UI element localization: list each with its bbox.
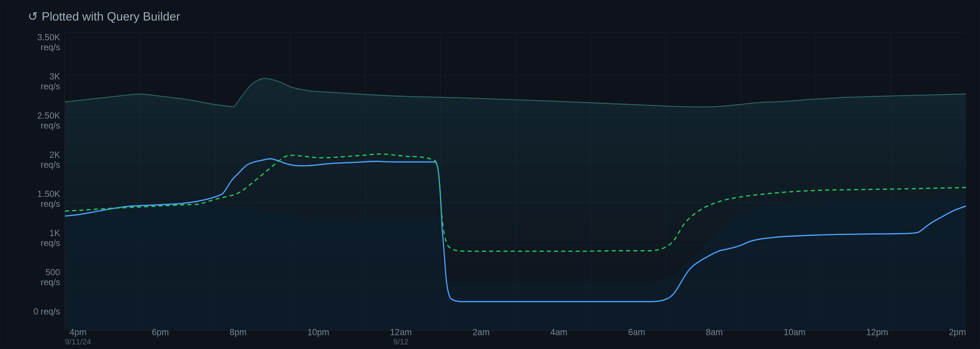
x-axis-label: 8pm bbox=[230, 327, 247, 346]
y-axis-label: 1K req/s bbox=[28, 228, 65, 248]
y-axis: 3.50K req/s3K req/s2.50K req/s2K req/s1.… bbox=[28, 32, 65, 330]
x-axis-label: 10pm bbox=[307, 327, 329, 346]
x-axis-label: 4pm9/11/24 bbox=[65, 327, 91, 346]
chart-container: ↺ Plotted with Query Builder 3.50K req/s… bbox=[0, 0, 980, 349]
y-axis-label: 3K req/s bbox=[28, 72, 65, 91]
x-axis-label: 4am bbox=[550, 327, 568, 346]
x-axis-label: 6am bbox=[628, 327, 645, 346]
x-axis-label: 6pm bbox=[152, 327, 169, 346]
x-axis-label: 12am9/12 bbox=[390, 327, 412, 346]
y-axis-label: 3.50K req/s bbox=[28, 32, 65, 52]
chart-title: Plotted with Query Builder bbox=[42, 10, 180, 23]
chart-area: 3.50K req/s3K req/s2.50K req/s2K req/s1.… bbox=[28, 32, 966, 330]
chart-header: ↺ Plotted with Query Builder bbox=[28, 10, 966, 23]
chart-plot: 4pm9/11/246pm8pm10pm12am9/122am4am6am8am… bbox=[65, 32, 966, 330]
y-axis-label: 2.50K req/s bbox=[28, 111, 65, 131]
y-axis-label: 500 req/s bbox=[28, 268, 65, 287]
x-axis-label: 2pm bbox=[949, 327, 966, 346]
chart-svg bbox=[65, 32, 966, 330]
y-axis-label: 0 req/s bbox=[28, 307, 65, 317]
x-axis: 4pm9/11/246pm8pm10pm12am9/122am4am6am8am… bbox=[65, 327, 966, 346]
query-builder-icon: ↺ bbox=[28, 10, 38, 23]
x-axis-label: 2am bbox=[473, 327, 490, 346]
x-axis-label: 12pm bbox=[866, 327, 888, 346]
y-axis-label: 1.50K req/s bbox=[28, 189, 65, 209]
x-axis-label: 10am bbox=[784, 327, 805, 346]
y-axis-label: 2K req/s bbox=[28, 150, 65, 170]
x-axis-label: 8am bbox=[706, 327, 723, 346]
